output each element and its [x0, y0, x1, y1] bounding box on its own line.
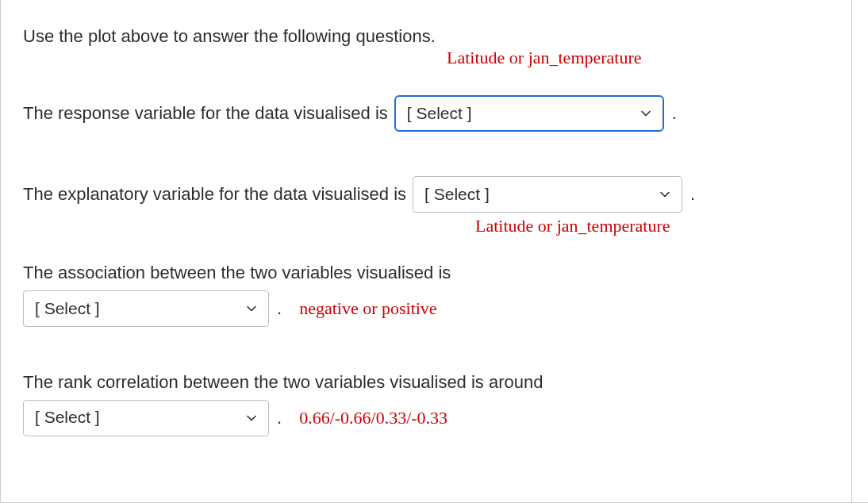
- q4-hint: 0.66/-0.66/0.33/-0.33: [299, 405, 447, 431]
- q1-hint: Latitude or jan_temperature: [447, 48, 642, 68]
- question-frame: latitude Use the plot above to answer th…: [0, 0, 868, 503]
- q4-select-placeholder: [ Select ]: [35, 405, 100, 429]
- q2-hint: Latitude or jan_temperature: [475, 216, 829, 236]
- q3-select-placeholder: [ Select ]: [35, 297, 100, 321]
- q3-period: .: [277, 296, 282, 321]
- chevron-down-icon: [246, 303, 257, 314]
- q1-line: The response variable for the data visua…: [23, 95, 829, 132]
- q2-line: The explanatory variable for the data vi…: [23, 176, 829, 213]
- q2-text: The explanatory variable for the data vi…: [23, 182, 406, 207]
- q3-select[interactable]: [ Select ]: [23, 290, 269, 327]
- chevron-down-icon: [659, 189, 670, 200]
- chevron-down-icon: [640, 108, 651, 119]
- q4-select[interactable]: [ Select ]: [23, 400, 269, 436]
- q3-hint: negative or positive: [299, 296, 437, 321]
- q4-period: .: [277, 405, 282, 431]
- q3-select-line: [ Select ] . negative or positive: [23, 290, 829, 327]
- q1-text: The response variable for the data visua…: [23, 101, 388, 126]
- q4-select-line: [ Select ] . 0.66/-0.66/0.33/-0.33: [23, 400, 829, 436]
- q2-select[interactable]: [ Select ]: [413, 176, 682, 213]
- chevron-down-icon: [246, 413, 257, 424]
- intro-text: Use the plot above to answer the followi…: [23, 24, 829, 49]
- q4-text-line: The rank correlation between the two var…: [23, 370, 829, 395]
- q2-select-placeholder: [ Select ]: [424, 182, 490, 206]
- q3-text-line: The association between the two variable…: [23, 260, 829, 286]
- q2-period: .: [690, 182, 695, 207]
- q1-period: .: [672, 101, 677, 126]
- question-inner: latitude Use the plot above to answer th…: [1, 0, 852, 502]
- q4-text: The rank correlation between the two var…: [23, 370, 543, 395]
- q3-text: The association between the two variable…: [23, 260, 451, 286]
- q1-select[interactable]: [ Select ]: [394, 95, 664, 132]
- q1-select-placeholder: [ Select ]: [407, 102, 472, 125]
